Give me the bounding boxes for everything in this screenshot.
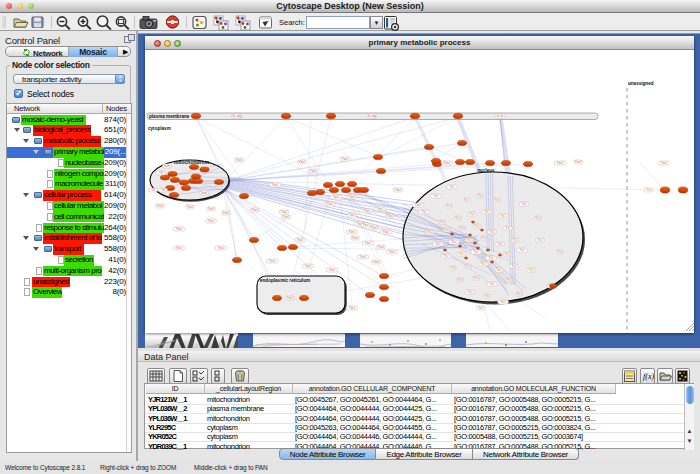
- svg-text:Yx.l: Yx.l: [537, 238, 542, 242]
- svg-text:lo.m: lo.m: [201, 191, 207, 195]
- svg-text:Yx.l: Yx.l: [457, 278, 462, 282]
- svg-text:Yxx.l: Yxx.l: [444, 161, 451, 165]
- svg-text:Yxx.l: Yxx.l: [269, 259, 276, 263]
- svg-text:f(x): f(x): [643, 372, 654, 381]
- svg-text:Yxl: Yxl: [161, 188, 166, 192]
- svg-text:Yx.l: Yx.l: [481, 236, 486, 240]
- svg-text:Yxx.l: Yxx.l: [349, 213, 356, 217]
- svg-text:Yx.l: Yx.l: [463, 198, 468, 202]
- svg-text:Yxx.l: Yxx.l: [661, 161, 668, 165]
- svg-text:Yx.l: Yx.l: [484, 210, 489, 214]
- svg-text:plasma membrane: plasma membrane: [149, 114, 190, 119]
- svg-text:Yx.l: Yx.l: [494, 198, 499, 202]
- svg-text:Yx.l: Yx.l: [444, 228, 449, 232]
- svg-text:Yx.l: Yx.l: [427, 230, 432, 234]
- svg-text:Yxx.l: Yxx.l: [383, 230, 390, 234]
- svg-text:Yxx.l: Yxx.l: [333, 195, 340, 199]
- svg-text:Yx.l: Yx.l: [473, 250, 478, 254]
- svg-text:Yx.l: Yx.l: [489, 230, 494, 234]
- svg-text:Yx.l: Yx.l: [477, 194, 482, 198]
- svg-text:Yd: Yd: [151, 188, 155, 192]
- svg-text:Yxx.l: Yxx.l: [389, 250, 396, 254]
- svg-text:Yx.l: Yx.l: [512, 238, 517, 242]
- svg-text:Yxx.l: Yxx.l: [352, 236, 359, 240]
- svg-text:Yxx.l: Yxx.l: [415, 203, 422, 207]
- svg-text:Yxx.l: Yxx.l: [272, 183, 279, 187]
- svg-text:Yx.l: Yx.l: [449, 185, 454, 189]
- svg-text:Yx.l: Yx.l: [433, 194, 438, 198]
- svg-text:Yxx.l: Yxx.l: [283, 215, 290, 219]
- svg-text:Yxx.l: Yxx.l: [377, 207, 384, 211]
- svg-text:Yxx.l: Yxx.l: [299, 160, 306, 164]
- svg-text:lo..mg: lo..mg: [233, 114, 242, 118]
- svg-text:Yxx.l: Yxx.l: [236, 158, 243, 162]
- svg-text:cytoplasm: cytoplasm: [148, 126, 171, 131]
- svg-text:Yxx.l: Yxx.l: [365, 241, 372, 245]
- svg-text:Yx.l: Yx.l: [521, 202, 526, 206]
- svg-text:Yx.l: Yx.l: [505, 226, 510, 230]
- svg-text:lo..m: lo..m: [497, 114, 504, 118]
- svg-text:Yx.l: Yx.l: [458, 252, 463, 256]
- svg-text:lo.m: lo.m: [164, 164, 170, 168]
- svg-text:Yx.l: Yx.l: [557, 250, 562, 254]
- svg-text:Yxx.l: Yxx.l: [176, 246, 183, 250]
- svg-text:mitochondrion: mitochondrion: [174, 159, 209, 165]
- svg-text:Yxx.l: Yxx.l: [575, 160, 582, 164]
- svg-text:Yxx.l: Yxx.l: [176, 227, 183, 231]
- svg-text:Yx.l: Yx.l: [500, 300, 505, 304]
- svg-text:Yx.l: Yx.l: [519, 248, 524, 252]
- svg-text:Yx.l: Yx.l: [459, 226, 464, 230]
- svg-text:Yxx.l: Yxx.l: [187, 205, 194, 209]
- svg-text:Yx.l: Yx.l: [506, 278, 511, 282]
- svg-text:Yxx.l: Yxx.l: [327, 202, 334, 206]
- svg-text:Yxx.l: Yxx.l: [208, 207, 215, 211]
- svg-text:nucleus: nucleus: [477, 168, 495, 173]
- svg-text:Yx.l: Yx.l: [535, 216, 540, 220]
- svg-text:Yx.l: Yx.l: [435, 242, 440, 246]
- svg-text:Yx.l: Yx.l: [478, 306, 483, 310]
- svg-text:Yxx.l: Yxx.l: [373, 260, 380, 264]
- svg-text:Yx.l: Yx.l: [467, 290, 472, 294]
- svg-text:Yxx.l: Yxx.l: [329, 268, 336, 272]
- svg-text:Yxx.l: Yxx.l: [208, 219, 215, 223]
- svg-text:Yx.l: Yx.l: [473, 276, 478, 280]
- svg-text:Yx.l: Yx.l: [451, 240, 456, 244]
- svg-text:Yxx.l: Yxx.l: [387, 214, 394, 218]
- svg-text:Yxx.l: Yxx.l: [281, 210, 288, 214]
- svg-text:Yxx.l: Yxx.l: [310, 169, 317, 173]
- svg-text:Yx.l: Yx.l: [528, 268, 533, 272]
- svg-text:Yx.l: Yx.l: [474, 224, 479, 228]
- svg-text:Yxx.l: Yxx.l: [360, 255, 367, 259]
- svg-text:Yxx.l: Yxx.l: [557, 161, 564, 165]
- svg-text:Yx.l: Yx.l: [439, 220, 444, 224]
- svg-text:lo..mg: lo..mg: [368, 114, 377, 118]
- svg-text:Yxx.l: Yxx.l: [371, 226, 378, 230]
- svg-text:Yx.l: Yx.l: [497, 242, 502, 246]
- svg-text:Yx.l: Yx.l: [489, 282, 494, 286]
- svg-text:Yx.l: Yx.l: [504, 252, 509, 256]
- svg-text:Yx.l: Yx.l: [484, 294, 489, 298]
- svg-text:Yxx.l: Yxx.l: [342, 157, 349, 161]
- svg-text:Yx.l: Yx.l: [421, 210, 426, 214]
- svg-text:Yx.l: Yx.l: [480, 262, 485, 266]
- svg-text:Yx.l: Yx.l: [469, 212, 474, 216]
- svg-text:Yx.l: Yx.l: [500, 214, 505, 218]
- svg-text:Yx.l: Yx.l: [466, 238, 471, 242]
- svg-text:Yx.l: Yx.l: [496, 268, 501, 272]
- svg-text:Yx.l: Yx.l: [646, 188, 651, 192]
- svg-text:Yxx.l: Yxx.l: [364, 209, 371, 213]
- svg-text:Yx.l: Yx.l: [443, 254, 448, 258]
- svg-text:Yxl: Yxl: [159, 171, 164, 175]
- svg-text:Yxx.l: Yxx.l: [157, 204, 164, 208]
- svg-text:Yxx.l: Yxx.l: [349, 306, 356, 310]
- svg-text:Yxx.l: Yxx.l: [395, 188, 402, 192]
- svg-text:Yxx.l: Yxx.l: [252, 208, 259, 212]
- svg-text:endoplasmic reticulum: endoplasmic reticulum: [260, 278, 310, 283]
- svg-text:Yx.l: Yx.l: [446, 204, 451, 208]
- svg-text:Yxx.l: Yxx.l: [305, 264, 312, 268]
- svg-text:Yxx.l: Yxx.l: [378, 245, 385, 249]
- svg-text:Yx.l: Yx.l: [455, 216, 460, 220]
- svg-text:Yx.l: Yx.l: [516, 292, 521, 296]
- svg-text:Yxx.l: Yxx.l: [297, 238, 304, 242]
- svg-text:Yx.l: Yx.l: [465, 264, 470, 268]
